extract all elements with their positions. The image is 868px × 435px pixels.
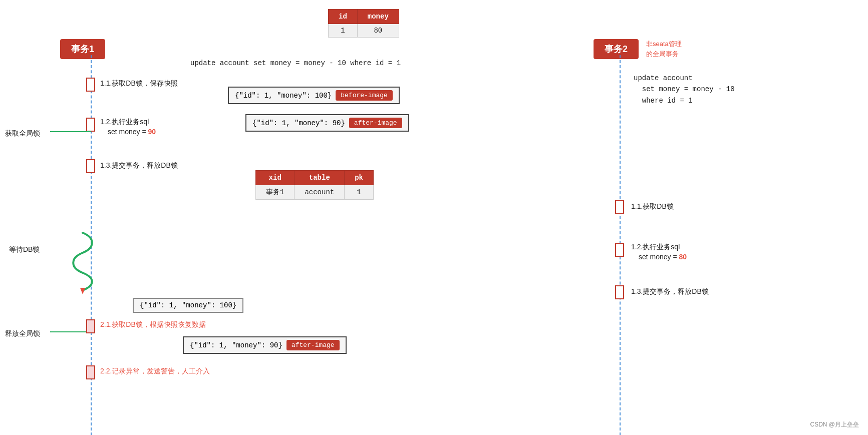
tx2-step2-sql: set money = 80 [639, 253, 687, 261]
tx1-step2-1-label: 2.1.获取DB锁，根据快照恢复数据 [100, 320, 206, 329]
get-global-lock-label: 获取全局锁 [5, 129, 40, 138]
lock-row-table: account [295, 185, 345, 200]
rollback-after-box: {"id": 1, "money": 90} after-image [183, 336, 347, 354]
tx1-step2-label: 1.2.执行业务sql [100, 118, 149, 127]
release-global-lock-label: 释放全局锁 [5, 329, 40, 338]
tx1-step1-label: 1.1.获取DB锁，保存快照 [100, 79, 178, 88]
spiral-arrow [68, 230, 98, 295]
after-image-badge: after-image [349, 118, 402, 128]
col-money: money [357, 10, 399, 24]
col-id: id [329, 10, 358, 24]
wait-db-lock-label: 等待DB锁 [9, 245, 40, 254]
lock-col-xid: xid [256, 171, 295, 185]
after-image-box: {"id": 1, "money": 90} after-image [245, 114, 409, 132]
row-id: 1 [329, 24, 358, 38]
svg-marker-0 [80, 288, 85, 294]
rollback-after-data: {"id": 1, "money": 90} [190, 341, 282, 349]
watermark: CSDN @月上垒垒 [810, 420, 859, 429]
row-money: 80 [357, 24, 399, 38]
tx1-step2-box [86, 118, 95, 132]
lock-col-pk: pk [345, 171, 374, 185]
before-image-box: {"id": 1, "money": 100} before-image [228, 87, 400, 104]
tx2-note: 非seata管理 的全局事务 [646, 39, 682, 59]
release-global-lock-line [50, 331, 91, 332]
before-image-badge: before-image [336, 90, 393, 101]
after-image-data: {"id": 1, "money": 90} [252, 119, 345, 127]
rollback-data-text: {"id": 1, "money": 100} [140, 301, 236, 309]
tx1-step1-box [86, 78, 95, 92]
get-global-lock-line [50, 131, 91, 132]
lock-row-pk: 1 [345, 185, 374, 200]
sql-top: update account set money = money - 10 wh… [190, 59, 401, 67]
tx2-badge: 事务2 [594, 39, 639, 59]
tx2-step1-box [615, 200, 624, 214]
tx1-step2-1-box [86, 319, 95, 333]
before-image-data: {"id": 1, "money": 100} [235, 92, 332, 100]
tx1-step2-sql: set money = 90 [108, 128, 156, 136]
account-table: id money 1 80 [328, 9, 399, 38]
lock-col-table: table [295, 171, 345, 185]
lock-row-xid: 事务1 [256, 185, 295, 200]
tx2-step3-label: 1.3.提交事务，释放DB锁 [631, 287, 709, 296]
tx1-step2-2-label: 2.2.记录异常，发送警告，人工介入 [100, 367, 210, 376]
tx2-sql: update account set money = money - 10 wh… [634, 73, 735, 106]
lock-table: xid table pk 事务1 account 1 [255, 170, 374, 200]
tx2-step2-box [615, 243, 624, 257]
tx1-step2-2-box [86, 365, 95, 379]
tx2-step3-box [615, 285, 624, 299]
tx1-step3-box [86, 159, 95, 173]
tx1-step3-label: 1.3.提交事务，释放DB锁 [100, 161, 178, 170]
rollback-data-box: {"id": 1, "money": 100} [133, 298, 243, 313]
tx1-badge: 事务1 [60, 39, 105, 59]
tx2-step1-label: 1.1.获取DB锁 [631, 202, 674, 211]
tx2-step2-label: 1.2.执行业务sql [631, 243, 680, 252]
rollback-after-badge: after-image [286, 340, 340, 350]
